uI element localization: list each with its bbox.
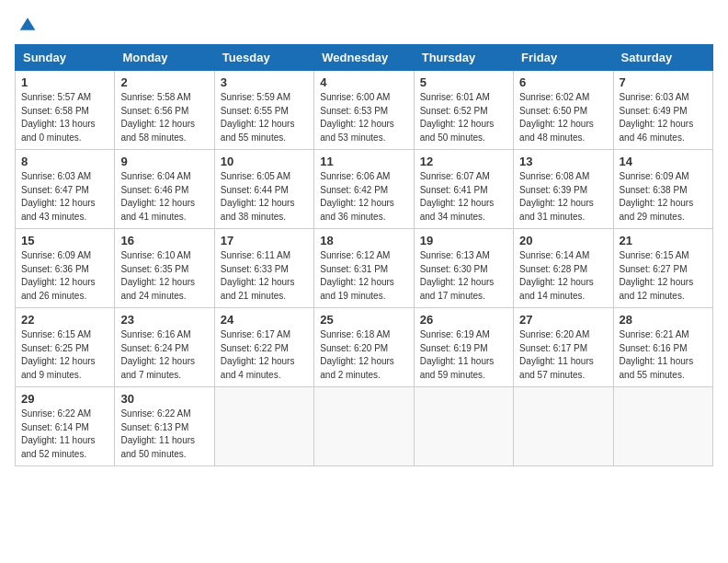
day-info: Sunrise: 5:57 AMSunset: 6:58 PMDaylight:…: [21, 91, 108, 144]
calendar: SundayMondayTuesdayWednesdayThursdayFrid…: [15, 44, 713, 466]
calendar-cell: 29Sunrise: 6:22 AMSunset: 6:14 PMDayligh…: [16, 387, 115, 466]
day-number: 7: [620, 75, 707, 89]
calendar-cell: [613, 387, 712, 466]
calendar-cell: 22Sunrise: 6:15 AMSunset: 6:25 PMDayligh…: [16, 308, 115, 387]
calendar-cell: 16Sunrise: 6:10 AMSunset: 6:35 PMDayligh…: [115, 229, 214, 308]
calendar-cell: 6Sunrise: 6:02 AMSunset: 6:50 PMDaylight…: [514, 71, 613, 150]
calendar-cell: [514, 387, 613, 466]
day-number: 5: [420, 75, 507, 89]
day-number: 26: [420, 313, 507, 327]
day-info: Sunrise: 6:22 AMSunset: 6:13 PMDaylight:…: [120, 408, 208, 461]
week-row: 1Sunrise: 5:57 AMSunset: 6:58 PMDaylight…: [16, 71, 713, 150]
calendar-cell: 9Sunrise: 6:04 AMSunset: 6:46 PMDaylight…: [115, 150, 214, 229]
day-info: Sunrise: 6:02 AMSunset: 6:50 PMDaylight:…: [519, 91, 607, 144]
day-number: 27: [519, 313, 607, 327]
weekday-header-saturday: Saturday: [613, 45, 712, 71]
day-info: Sunrise: 6:18 AMSunset: 6:20 PMDaylight:…: [320, 328, 407, 382]
day-number: 13: [519, 155, 607, 168]
weekday-header-row: SundayMondayTuesdayWednesdayThursdayFrid…: [16, 45, 713, 71]
calendar-cell: 26Sunrise: 6:19 AMSunset: 6:19 PMDayligh…: [414, 308, 513, 387]
calendar-cell: 13Sunrise: 6:08 AMSunset: 6:39 PMDayligh…: [514, 150, 613, 229]
calendar-cell: [214, 387, 313, 466]
day-number: 19: [420, 234, 507, 247]
header: [15, 15, 713, 33]
day-info: Sunrise: 6:10 AMSunset: 6:35 PMDaylight:…: [120, 249, 208, 303]
day-info: Sunrise: 6:17 AMSunset: 6:22 PMDaylight:…: [221, 328, 308, 382]
day-number: 18: [320, 234, 407, 247]
day-number: 21: [620, 234, 707, 247]
day-number: 2: [120, 75, 208, 89]
day-number: 14: [620, 155, 707, 168]
day-number: 28: [620, 313, 707, 327]
calendar-cell: 23Sunrise: 6:16 AMSunset: 6:24 PMDayligh…: [115, 308, 214, 387]
calendar-cell: 5Sunrise: 6:01 AMSunset: 6:52 PMDaylight…: [414, 71, 513, 150]
logo-icon: [18, 15, 37, 33]
week-row: 29Sunrise: 6:22 AMSunset: 6:14 PMDayligh…: [16, 387, 713, 466]
calendar-cell: 1Sunrise: 5:57 AMSunset: 6:58 PMDaylight…: [16, 71, 115, 150]
week-row: 8Sunrise: 6:03 AMSunset: 6:47 PMDaylight…: [16, 150, 713, 229]
weekday-header-friday: Friday: [514, 45, 613, 71]
day-info: Sunrise: 5:59 AMSunset: 6:55 PMDaylight:…: [221, 91, 308, 144]
weekday-header-sunday: Sunday: [16, 45, 115, 71]
day-number: 15: [21, 234, 108, 247]
day-number: 23: [120, 313, 208, 327]
day-info: Sunrise: 6:12 AMSunset: 6:31 PMDaylight:…: [320, 249, 407, 303]
day-info: Sunrise: 6:11 AMSunset: 6:33 PMDaylight:…: [221, 249, 308, 303]
calendar-cell: 14Sunrise: 6:09 AMSunset: 6:38 PMDayligh…: [613, 150, 712, 229]
day-info: Sunrise: 6:15 AMSunset: 6:25 PMDaylight:…: [21, 328, 108, 382]
calendar-cell: 18Sunrise: 6:12 AMSunset: 6:31 PMDayligh…: [314, 229, 414, 308]
day-info: Sunrise: 6:20 AMSunset: 6:17 PMDaylight:…: [519, 328, 607, 382]
day-number: 6: [519, 75, 607, 89]
day-info: Sunrise: 6:22 AMSunset: 6:14 PMDaylight:…: [21, 408, 108, 461]
day-info: Sunrise: 6:08 AMSunset: 6:39 PMDaylight:…: [519, 170, 607, 224]
calendar-cell: 11Sunrise: 6:06 AMSunset: 6:42 PMDayligh…: [314, 150, 414, 229]
calendar-cell: 21Sunrise: 6:15 AMSunset: 6:27 PMDayligh…: [613, 229, 712, 308]
calendar-cell: 10Sunrise: 6:05 AMSunset: 6:44 PMDayligh…: [214, 150, 313, 229]
weekday-header-thursday: Thursday: [414, 45, 513, 71]
calendar-cell: [314, 387, 414, 466]
day-number: 3: [221, 75, 308, 89]
day-number: 8: [21, 155, 108, 168]
day-number: 30: [120, 392, 208, 406]
day-info: Sunrise: 6:00 AMSunset: 6:53 PMDaylight:…: [320, 91, 407, 144]
day-info: Sunrise: 6:16 AMSunset: 6:24 PMDaylight:…: [120, 328, 208, 382]
calendar-cell: 3Sunrise: 5:59 AMSunset: 6:55 PMDaylight…: [214, 71, 313, 150]
calendar-cell: 7Sunrise: 6:03 AMSunset: 6:49 PMDaylight…: [613, 71, 712, 150]
day-info: Sunrise: 6:15 AMSunset: 6:27 PMDaylight:…: [620, 249, 707, 303]
day-info: Sunrise: 6:09 AMSunset: 6:38 PMDaylight:…: [620, 170, 707, 224]
weekday-header-wednesday: Wednesday: [314, 45, 414, 71]
day-info: Sunrise: 6:19 AMSunset: 6:19 PMDaylight:…: [420, 328, 507, 382]
calendar-cell: 4Sunrise: 6:00 AMSunset: 6:53 PMDaylight…: [314, 71, 414, 150]
calendar-cell: 27Sunrise: 6:20 AMSunset: 6:17 PMDayligh…: [514, 308, 613, 387]
calendar-cell: 8Sunrise: 6:03 AMSunset: 6:47 PMDaylight…: [16, 150, 115, 229]
calendar-cell: 24Sunrise: 6:17 AMSunset: 6:22 PMDayligh…: [214, 308, 313, 387]
calendar-cell: 12Sunrise: 6:07 AMSunset: 6:41 PMDayligh…: [414, 150, 513, 229]
day-number: 4: [320, 75, 407, 89]
day-info: Sunrise: 6:07 AMSunset: 6:41 PMDaylight:…: [420, 170, 507, 224]
day-info: Sunrise: 6:05 AMSunset: 6:44 PMDaylight:…: [221, 170, 308, 224]
calendar-cell: 30Sunrise: 6:22 AMSunset: 6:13 PMDayligh…: [115, 387, 214, 466]
day-number: 11: [320, 155, 407, 168]
day-number: 20: [519, 234, 607, 247]
day-number: 16: [120, 234, 208, 247]
day-info: Sunrise: 6:01 AMSunset: 6:52 PMDaylight:…: [420, 91, 507, 144]
day-info: Sunrise: 6:14 AMSunset: 6:28 PMDaylight:…: [519, 249, 607, 303]
weekday-header-tuesday: Tuesday: [214, 45, 313, 71]
day-info: Sunrise: 6:21 AMSunset: 6:16 PMDaylight:…: [620, 328, 707, 382]
logo: [15, 15, 37, 33]
day-info: Sunrise: 6:13 AMSunset: 6:30 PMDaylight:…: [420, 249, 507, 303]
calendar-cell: 20Sunrise: 6:14 AMSunset: 6:28 PMDayligh…: [514, 229, 613, 308]
day-number: 9: [120, 155, 208, 168]
week-row: 22Sunrise: 6:15 AMSunset: 6:25 PMDayligh…: [16, 308, 713, 387]
day-info: Sunrise: 6:09 AMSunset: 6:36 PMDaylight:…: [21, 249, 108, 303]
calendar-cell: 28Sunrise: 6:21 AMSunset: 6:16 PMDayligh…: [613, 308, 712, 387]
day-number: 12: [420, 155, 507, 168]
day-number: 24: [221, 313, 308, 327]
day-number: 1: [21, 75, 108, 89]
calendar-cell: 25Sunrise: 6:18 AMSunset: 6:20 PMDayligh…: [314, 308, 414, 387]
day-number: 25: [320, 313, 407, 327]
day-info: Sunrise: 5:58 AMSunset: 6:56 PMDaylight:…: [120, 91, 208, 144]
day-number: 17: [221, 234, 308, 247]
weekday-header-monday: Monday: [115, 45, 214, 71]
day-number: 10: [221, 155, 308, 168]
